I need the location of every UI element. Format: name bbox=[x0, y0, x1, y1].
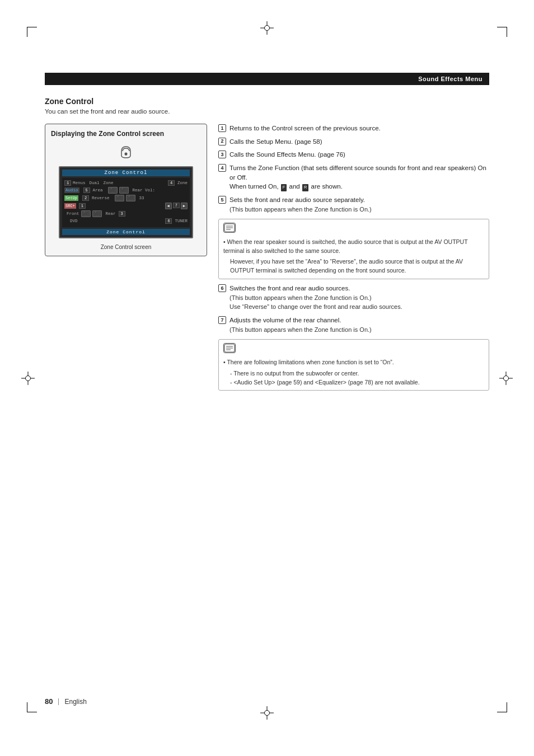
device-icon bbox=[117, 143, 135, 161]
section-subtitle: You can set the front and rear audio sou… bbox=[45, 108, 489, 115]
item-text-1: Returns to the Control screen of the pre… bbox=[229, 124, 489, 133]
crosshair-bottom bbox=[260, 706, 274, 720]
screen-num-1: 1 bbox=[64, 180, 71, 186]
item-1: 1 Returns to the Control screen of the p… bbox=[218, 124, 489, 133]
note1-bullet1: When the rear speaker sound is switched,… bbox=[223, 238, 484, 256]
screen-num-7: 7 bbox=[173, 203, 180, 208]
two-column-layout: Displaying the Zone Control screen Z bbox=[45, 124, 489, 395]
left-panel: Displaying the Zone Control screen Z bbox=[45, 124, 207, 395]
device-screen: Zone Control 1 Menus Dual Zone 4 Zone bbox=[59, 166, 193, 238]
item-7: 7 Adjusts the volume of the rear channel… bbox=[218, 316, 489, 335]
page-number: 80 bbox=[45, 697, 53, 706]
corner-bracket-tl bbox=[27, 27, 37, 37]
screen-row-6: DVD 6 TUNER bbox=[64, 218, 188, 224]
item-num-4: 4 bbox=[218, 164, 226, 172]
main-content: Zone Control You can set the front and r… bbox=[45, 87, 489, 706]
display-box: Displaying the Zone Control screen Z bbox=[45, 124, 207, 256]
screen-num-6: 6 bbox=[165, 218, 172, 224]
item-2: 2 Calls the Setup Menu. (page 58) bbox=[218, 137, 489, 147]
screen-num-row4: 1 bbox=[79, 203, 86, 209]
item-text-4: Turns the Zone Function (that sets diffe… bbox=[229, 163, 489, 191]
item-6: 6 Switches the front and rear audio sour… bbox=[218, 284, 489, 312]
screen-num-3: 2 bbox=[82, 195, 89, 201]
corner-bracket-br bbox=[497, 702, 507, 712]
note-icon-2 bbox=[223, 343, 484, 356]
note-icon-1 bbox=[223, 223, 484, 236]
display-box-title: Displaying the Zone Control screen bbox=[51, 130, 201, 138]
footer-divider bbox=[58, 698, 59, 705]
crosshair-top bbox=[260, 21, 274, 35]
item-sub-5: (This button appears when the Zone funct… bbox=[229, 206, 372, 213]
note2-indent1: - There is no output from the subwoofer … bbox=[223, 369, 484, 378]
item-sub-4: When turned On, F and R are shown. bbox=[229, 183, 343, 190]
corner-bracket-tr bbox=[497, 27, 507, 37]
item-num-5: 5 bbox=[218, 196, 226, 204]
note1-indent1: However, if you have set the “Area” to “… bbox=[223, 257, 484, 275]
note2-bullet1: There are following limitations when zon… bbox=[223, 358, 484, 367]
note2-indent2: - <Audio Set Up> (page 59) and <Equalize… bbox=[223, 378, 484, 387]
item-sub-6b: Use “Reverse” to change over the front a… bbox=[229, 303, 402, 310]
item-sub-6a: (This button appears when the Zone funct… bbox=[229, 294, 372, 301]
screen-num-2: 5 bbox=[83, 187, 90, 193]
item-5: 5 Sets the front and rear audio source s… bbox=[218, 195, 489, 214]
screen-row-1: 1 Menus Dual Zone 4 Zone bbox=[64, 180, 188, 186]
corner-bracket-bl bbox=[27, 702, 37, 712]
screen-row-5: Front ⬛ ⬛ Rear 3 bbox=[64, 210, 188, 217]
crosshair-right bbox=[499, 372, 513, 385]
item-text-7: Adjusts the volume of the rear channel. … bbox=[229, 316, 489, 335]
screen-num-4: 4 bbox=[168, 180, 175, 186]
item-text-6: Switches the front and rear audio source… bbox=[229, 284, 489, 312]
item-sub-7: (This button appears when the Zone funct… bbox=[229, 326, 372, 333]
item-3: 3 Calls the Sound Effects Menu. (page 76… bbox=[218, 150, 489, 159]
header-bar: Sound Effects Menu bbox=[45, 73, 489, 85]
screen-footer: Zone Control bbox=[62, 229, 190, 235]
badge-f: F bbox=[281, 184, 287, 191]
item-num-2: 2 bbox=[218, 138, 226, 145]
item-num-6: 6 bbox=[218, 284, 226, 292]
screen-row-3: SetUp 2 Reverse ⬛ ⬛ 33 bbox=[64, 195, 188, 201]
screen-content: 1 Menus Dual Zone 4 Zone Audio 5 bbox=[62, 178, 190, 227]
section-title: Zone Control bbox=[45, 97, 489, 106]
item-text-3: Calls the Sound Effects Menu. (page 76) bbox=[229, 150, 489, 159]
screen-title: Zone Control bbox=[62, 170, 190, 176]
note-box-1: When the rear speaker sound is switched,… bbox=[218, 219, 489, 279]
device-screen-wrapper: Zone Control 1 Menus Dual Zone 4 Zone bbox=[51, 143, 201, 250]
item-text-2: Calls the Setup Menu. (page 58) bbox=[229, 137, 489, 147]
screen-row-2: Audio 5 Area ⬛ ⬛ Rear Vol: bbox=[64, 187, 188, 194]
item-num-7: 7 bbox=[218, 316, 226, 324]
screen-caption: Zone Control screen bbox=[101, 244, 152, 250]
item-num-3: 3 bbox=[218, 151, 226, 158]
note-box-2: There are following limitations when zon… bbox=[218, 339, 489, 391]
crosshair-left bbox=[21, 372, 35, 385]
right-panel: 1 Returns to the Control screen of the p… bbox=[218, 124, 489, 395]
item-4: 4 Turns the Zone Function (that sets dif… bbox=[218, 163, 489, 191]
badge-r: R bbox=[302, 184, 308, 191]
header-title: Sound Effects Menu bbox=[418, 76, 483, 82]
item-text-5: Sets the front and rear audio source sep… bbox=[229, 195, 489, 214]
item-num-1: 1 bbox=[218, 124, 226, 132]
page-language: English bbox=[64, 698, 86, 706]
screen-row-4: SRC+ 1 ◀ 7 ▶ bbox=[64, 203, 188, 209]
page-footer: 80 English bbox=[45, 697, 87, 706]
